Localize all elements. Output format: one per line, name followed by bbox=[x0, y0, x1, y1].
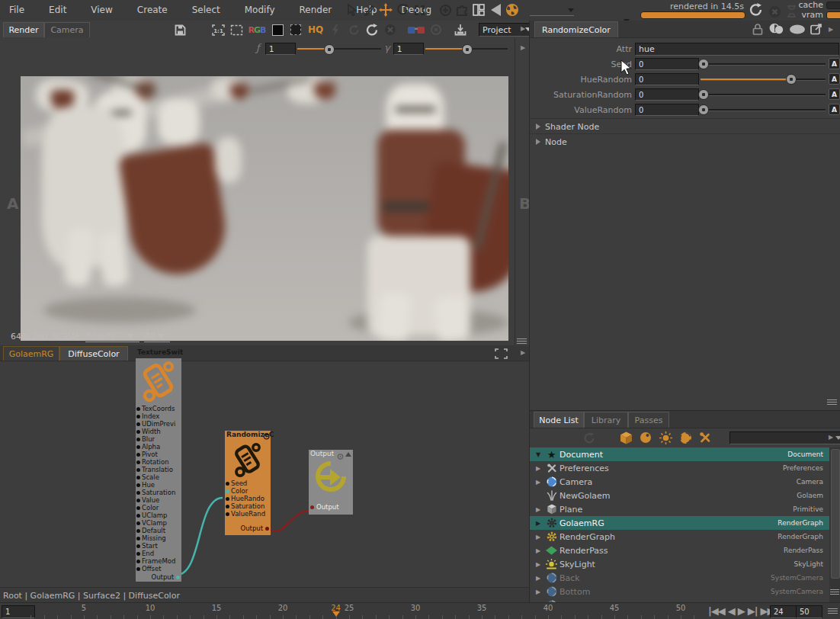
saturationrandom-slider-knob[interactable] bbox=[698, 89, 709, 100]
add-target-icon[interactable] bbox=[438, 2, 453, 18]
fit-view-icon[interactable] bbox=[229, 21, 244, 38]
seed-slider-knob[interactable] bbox=[698, 59, 709, 69]
randomize-output-port[interactable]: Output bbox=[240, 524, 270, 532]
panel-arrow-icon[interactable]: ▶ bbox=[829, 434, 833, 441]
tab-library[interactable]: Library bbox=[584, 412, 628, 428]
valuerandom-a-button[interactable]: A bbox=[829, 104, 840, 115]
tab-render[interactable]: Render bbox=[3, 22, 44, 37]
texture-output-port[interactable]: Output bbox=[151, 573, 181, 581]
pen-tool-icon[interactable] bbox=[361, 2, 377, 18]
output-node[interactable]: Output Output bbox=[309, 450, 353, 515]
alpha-channel-icon[interactable] bbox=[270, 21, 285, 38]
texture-port-texcoords[interactable]: TexCoords bbox=[136, 405, 181, 412]
abort-render-icon[interactable] bbox=[383, 21, 398, 38]
panel-arrow-icon[interactable]: ▶ bbox=[521, 44, 525, 51]
menu-select[interactable]: Select bbox=[189, 5, 223, 15]
texture-port-missing[interactable]: Missing bbox=[136, 534, 181, 542]
expand-arrow-icon[interactable]: ▶ bbox=[536, 547, 545, 554]
texture-port-framemod[interactable]: FrameMod bbox=[136, 557, 181, 565]
section-shader-node[interactable]: Shader Node bbox=[530, 118, 840, 134]
export-image-icon[interactable] bbox=[453, 21, 468, 38]
valuerandom-slider[interactable] bbox=[701, 109, 826, 111]
huerandom-slider[interactable] bbox=[701, 79, 826, 81]
rgb-channels-icon[interactable]: RGB bbox=[247, 21, 267, 38]
tree-row-back[interactable]: ▶BackSystemCamera bbox=[530, 571, 829, 585]
toolbar-overflow-icon[interactable]: ▶ bbox=[521, 25, 525, 32]
crop-region-icon[interactable] bbox=[288, 21, 303, 38]
randomize-color-node[interactable]: RandomizeC SeedColorHueRandoSaturationVa… bbox=[225, 431, 271, 535]
expand-arrow-icon[interactable]: ▶ bbox=[536, 506, 545, 513]
go-first-button[interactable]: |◀◀ bbox=[707, 605, 726, 618]
expand-arrow-icon[interactable]: ▼ bbox=[536, 451, 545, 458]
tree-row-preferences[interactable]: ▶PreferencesPreferences bbox=[530, 461, 829, 476]
filter-tools-icon[interactable] bbox=[697, 429, 713, 446]
valuerandom-field[interactable]: 0 bbox=[635, 104, 699, 116]
texture-port-translatio[interactable]: Translatio bbox=[136, 466, 181, 473]
collapse-left-icon[interactable] bbox=[488, 2, 503, 18]
huerandom-field[interactable]: 0 bbox=[635, 73, 699, 85]
gamma-slider[interactable] bbox=[425, 48, 508, 50]
project-dropdown[interactable]: Project bbox=[479, 23, 535, 37]
node-search-dropdown[interactable] bbox=[729, 431, 840, 444]
hq-toggle[interactable]: HQ bbox=[306, 21, 325, 38]
current-frame-field[interactable]: 24 bbox=[770, 605, 797, 618]
menu-edit[interactable]: Edit bbox=[46, 5, 69, 15]
huerandom-a-button[interactable]: A bbox=[829, 73, 840, 85]
tab-camera[interactable]: Camera bbox=[44, 22, 90, 37]
select-cursor-icon[interactable] bbox=[345, 2, 360, 18]
stop-render-icon[interactable] bbox=[767, 3, 782, 20]
scale-tool-icon[interactable] bbox=[412, 2, 427, 18]
resize-grip[interactable] bbox=[830, 589, 839, 595]
seed-slider[interactable] bbox=[701, 63, 826, 66]
scrollbar-track[interactable] bbox=[829, 447, 840, 603]
zoom-1-1-icon[interactable]: 1:1 bbox=[210, 21, 226, 38]
seed-field[interactable]: 0 bbox=[635, 58, 699, 70]
texture-port-rotation[interactable]: Rotation bbox=[136, 458, 181, 466]
randomize-port-saturation[interactable]: Saturation bbox=[225, 502, 271, 510]
filter-shaders-icon[interactable] bbox=[638, 429, 653, 446]
layout-panels-icon[interactable] bbox=[471, 2, 486, 18]
step-forward-button[interactable]: ▶| bbox=[746, 605, 759, 618]
tree-row-newgolaem[interactable]: NewGolaemGolaem bbox=[530, 489, 829, 503]
exposure-field[interactable]: 1 bbox=[265, 43, 296, 55]
save-image-icon[interactable] bbox=[172, 21, 188, 38]
tree-row-golaemrg[interactable]: ▶GolaemRGRenderGraph bbox=[530, 516, 829, 531]
expand-arrow-icon[interactable]: ▶ bbox=[536, 561, 545, 568]
collapse-node-icon[interactable] bbox=[345, 452, 351, 457]
tree-row-bottom[interactable]: ▶BottomSystemCamera bbox=[530, 585, 829, 599]
node-view-icon[interactable] bbox=[337, 451, 344, 462]
texture-port-saturation[interactable]: Saturation bbox=[136, 489, 181, 496]
expand-arrow-icon[interactable]: ▶ bbox=[536, 520, 545, 527]
scrollbar-thumb[interactable] bbox=[831, 449, 840, 579]
resize-grip[interactable] bbox=[517, 338, 527, 344]
attr-field[interactable]: hue bbox=[635, 43, 839, 56]
current-frame-marker[interactable] bbox=[332, 611, 340, 617]
texture-port-blur[interactable]: Blur bbox=[136, 435, 181, 443]
tab-randomizecolor[interactable]: RandomizeColor bbox=[534, 21, 618, 37]
pass-dropdown[interactable]: Beauty bbox=[85, 331, 139, 342]
filter-lights-icon[interactable] bbox=[658, 429, 673, 446]
randomize-port-valuerand[interactable]: ValueRand bbox=[225, 510, 271, 518]
gamma-field[interactable]: 1 bbox=[393, 43, 424, 55]
progressive-refine-icon[interactable] bbox=[346, 21, 361, 38]
shading-spheres-icon[interactable] bbox=[769, 22, 786, 37]
tab-passes[interactable]: Passes bbox=[628, 412, 669, 428]
texture-port-scale[interactable]: Scale bbox=[136, 473, 181, 481]
restart-render-icon[interactable] bbox=[364, 21, 380, 38]
randomize-port-seed[interactable]: Seed bbox=[225, 479, 271, 487]
refresh-render-icon[interactable] bbox=[749, 2, 764, 18]
saturationrandom-slider[interactable] bbox=[701, 94, 826, 96]
valuerandom-slider-knob[interactable] bbox=[698, 104, 709, 115]
texture-port-color[interactable]: Color bbox=[136, 504, 181, 512]
texture-port-start[interactable]: Start bbox=[136, 542, 181, 550]
end-frame-field[interactable]: 50 bbox=[796, 605, 822, 618]
huerandom-slider-knob[interactable] bbox=[786, 74, 797, 85]
texture-port-hue[interactable]: Hue bbox=[136, 481, 181, 489]
output-node-port[interactable]: Output bbox=[310, 503, 339, 511]
seed-a-button[interactable]: A bbox=[829, 58, 840, 69]
randomize-port-huerando[interactable]: HueRando bbox=[225, 495, 271, 502]
layout-dropdown[interactable] bbox=[530, 5, 574, 16]
tree-row-document[interactable]: ▼★DocumentDocument bbox=[530, 447, 829, 462]
gamma-slider-knob[interactable] bbox=[462, 44, 473, 55]
texture-port-uclamp[interactable]: UClamp bbox=[136, 512, 181, 519]
